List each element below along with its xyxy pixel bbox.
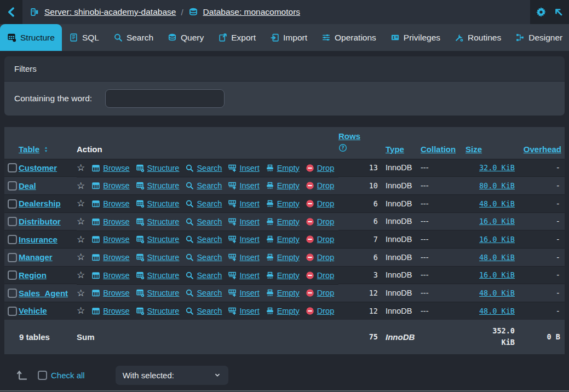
insert-link[interactable]: Insert	[228, 164, 259, 172]
row-checkbox[interactable]	[8, 307, 17, 316]
tab-privileges[interactable]: Privileges	[383, 24, 447, 51]
structure-link[interactable]: Structure	[136, 307, 180, 315]
insert-link[interactable]: Insert	[228, 235, 259, 244]
structure-link[interactable]: Structure	[136, 164, 180, 172]
with-selected-select[interactable]: With selected:	[116, 366, 228, 385]
sort-by-type-link[interactable]: Type	[386, 145, 404, 154]
empty-link[interactable]: Empty	[266, 271, 300, 280]
search-link[interactable]: Search	[185, 289, 222, 297]
empty-link[interactable]: Empty	[266, 217, 300, 226]
empty-link[interactable]: Empty	[266, 289, 300, 297]
server-breadcrumb-link[interactable]: Server: shinobi-academy-database	[44, 7, 176, 17]
table-name-link[interactable]: Deal	[19, 181, 36, 191]
empty-link[interactable]: Empty	[266, 253, 300, 262]
insert-link[interactable]: Insert	[228, 217, 259, 226]
scroll-top-button[interactable]	[554, 7, 564, 17]
search-link[interactable]: Search	[185, 217, 222, 226]
help-icon[interactable]	[338, 143, 347, 152]
check-all-checkbox[interactable]	[38, 371, 47, 380]
tab-routines[interactable]: Routines	[447, 24, 508, 51]
favorite-star-icon[interactable]: ☆	[77, 270, 85, 280]
table-name-link[interactable]: Insurance	[19, 235, 58, 244]
insert-link[interactable]: Insert	[228, 181, 259, 190]
row-checkbox[interactable]	[8, 235, 17, 244]
tab-import[interactable]: Import	[263, 24, 314, 51]
size-link[interactable]: 48.0 KiB	[479, 253, 515, 262]
insert-link[interactable]: Insert	[228, 271, 259, 280]
drop-link[interactable]: Drop	[306, 164, 334, 172]
size-link[interactable]: 48.0 KiB	[479, 199, 515, 208]
size-link[interactable]: 32.0 KiB	[479, 163, 515, 172]
insert-link[interactable]: Insert	[228, 253, 259, 262]
size-link[interactable]: 48.0 KiB	[479, 289, 515, 297]
row-checkbox[interactable]	[8, 181, 17, 191]
drop-link[interactable]: Drop	[306, 307, 334, 315]
back-button[interactable]	[0, 0, 22, 24]
search-link[interactable]: Search	[185, 181, 222, 190]
table-name-link[interactable]: Customer	[19, 163, 57, 172]
tab-sql[interactable]: SQL	[62, 24, 106, 51]
sort-icon[interactable]	[43, 146, 49, 153]
search-link[interactable]: Search	[185, 199, 222, 208]
table-name-link[interactable]: Vehicle	[19, 306, 47, 315]
drop-link[interactable]: Drop	[306, 253, 334, 262]
search-link[interactable]: Search	[185, 307, 222, 315]
insert-link[interactable]: Insert	[228, 307, 259, 315]
structure-link[interactable]: Structure	[136, 235, 180, 244]
table-name-link[interactable]: Manager	[19, 252, 53, 262]
structure-link[interactable]: Structure	[136, 181, 180, 190]
bottom-scrollbar[interactable]	[0, 390, 569, 391]
favorite-star-icon[interactable]: ☆	[77, 252, 85, 262]
favorite-star-icon[interactable]: ☆	[77, 235, 85, 244]
empty-link[interactable]: Empty	[266, 164, 300, 172]
browse-link[interactable]: Browse	[91, 217, 129, 226]
row-checkbox[interactable]	[8, 217, 17, 226]
structure-link[interactable]: Structure	[136, 271, 180, 280]
tab-search[interactable]: Search	[106, 24, 160, 51]
containing-word-input[interactable]	[105, 89, 225, 108]
size-link[interactable]: 80.0 KiB	[479, 181, 515, 190]
drop-link[interactable]: Drop	[306, 289, 334, 297]
check-all-label[interactable]: Check all	[51, 371, 85, 380]
insert-link[interactable]: Insert	[228, 289, 259, 297]
size-link[interactable]: 16.0 KiB	[479, 235, 515, 244]
row-checkbox[interactable]	[8, 289, 17, 298]
drop-link[interactable]: Drop	[306, 199, 334, 208]
favorite-star-icon[interactable]: ☆	[77, 199, 85, 208]
size-link[interactable]: 48.0 KiB	[479, 307, 515, 315]
tab-export[interactable]: Export	[211, 24, 263, 51]
table-name-link[interactable]: Dealership	[19, 199, 61, 208]
browse-link[interactable]: Browse	[91, 199, 129, 208]
tab-query[interactable]: Query	[160, 24, 211, 51]
structure-link[interactable]: Structure	[136, 289, 180, 297]
empty-link[interactable]: Empty	[266, 181, 300, 190]
tab-structure[interactable]: Structure	[0, 24, 62, 51]
database-breadcrumb-link[interactable]: Database: monacomotors	[203, 7, 300, 17]
drop-link[interactable]: Drop	[306, 181, 334, 190]
drop-link[interactable]: Drop	[306, 271, 334, 280]
browse-link[interactable]: Browse	[91, 253, 129, 262]
search-link[interactable]: Search	[185, 235, 222, 244]
sort-by-collation-link[interactable]: Collation	[421, 145, 456, 154]
tab-operations[interactable]: Operations	[314, 24, 383, 51]
insert-link[interactable]: Insert	[228, 199, 259, 208]
row-checkbox[interactable]	[8, 163, 17, 172]
browse-link[interactable]: Browse	[91, 181, 129, 190]
structure-link[interactable]: Structure	[136, 217, 180, 226]
row-checkbox[interactable]	[8, 270, 17, 280]
search-link[interactable]: Search	[185, 271, 222, 280]
sort-by-rows-link[interactable]: Rows	[338, 131, 360, 141]
settings-button[interactable]	[536, 7, 547, 18]
tab-designer[interactable]: Designer	[508, 24, 569, 51]
structure-link[interactable]: Structure	[136, 199, 180, 208]
size-link[interactable]: 16.0 KiB	[479, 270, 515, 279]
empty-link[interactable]: Empty	[266, 199, 300, 208]
browse-link[interactable]: Browse	[91, 164, 129, 172]
browse-link[interactable]: Browse	[91, 235, 129, 244]
empty-link[interactable]: Empty	[266, 235, 300, 244]
favorite-star-icon[interactable]: ☆	[77, 163, 85, 172]
size-link[interactable]: 16.0 KiB	[479, 217, 515, 226]
browse-link[interactable]: Browse	[91, 271, 129, 280]
sort-by-overhead-link[interactable]: Overhead	[524, 145, 561, 154]
favorite-star-icon[interactable]: ☆	[77, 306, 85, 315]
